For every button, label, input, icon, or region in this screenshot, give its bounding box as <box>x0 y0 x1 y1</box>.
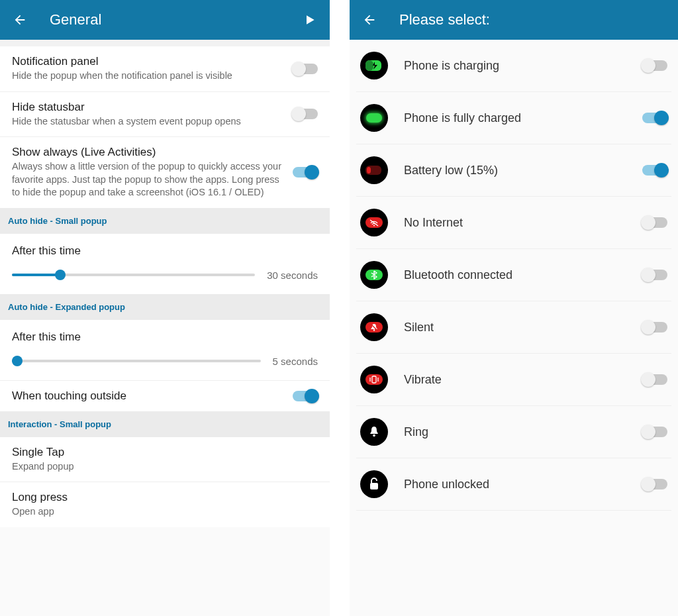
back-button[interactable] <box>360 10 379 30</box>
row-title: Long press <box>12 491 311 504</box>
toggle-silent[interactable] <box>642 322 667 333</box>
pane-general: General Notification panel Hide the popu… <box>0 0 330 616</box>
wifi-off-icon <box>360 209 388 236</box>
toggle-phone-full[interactable] <box>642 113 667 123</box>
row-slider-expanded: After this time 5 seconds <box>0 320 330 381</box>
svg-point-5 <box>373 225 375 227</box>
item-phone-charging[interactable]: Phone is charging <box>356 40 671 92</box>
battery-full-icon <box>360 104 388 132</box>
item-label: Bluetooth connected <box>404 268 642 282</box>
toggle-hide-statusbar[interactable] <box>293 109 318 119</box>
select-list: Phone is charging Phone is fully charged… <box>350 40 678 511</box>
svg-rect-16 <box>370 483 378 489</box>
pane-select: Please select: Phone is charging Phone i… <box>350 0 678 616</box>
battery-low-icon <box>360 156 388 184</box>
section-auto-hide-expanded: Auto hide - Expanded popup <box>0 294 330 320</box>
unlock-icon <box>360 470 388 498</box>
arrow-left-icon <box>362 13 377 27</box>
row-title: Notification panel <box>12 55 286 68</box>
row-slider-small: After this time 30 seconds <box>0 234 330 294</box>
row-title: Show always (Live Activities) <box>12 146 286 159</box>
item-vibrate[interactable]: Vibrate <box>356 354 671 406</box>
toggle-vibrate[interactable] <box>642 374 667 385</box>
row-subtitle: Open app <box>12 505 311 519</box>
toggle-show-always[interactable] <box>293 167 318 178</box>
item-no-internet[interactable]: No Internet <box>356 197 671 249</box>
bell-icon <box>360 418 388 446</box>
item-label: Phone is fully charged <box>404 111 642 125</box>
item-label: Vibrate <box>404 373 642 387</box>
item-battery-low[interactable]: Battery low (15%) <box>356 144 671 197</box>
item-label: Phone unlocked <box>404 478 642 491</box>
item-silent[interactable]: Silent <box>356 301 671 354</box>
item-ring[interactable]: Ring <box>356 406 671 458</box>
item-label: Ring <box>404 425 642 439</box>
row-title: When touching outside <box>12 389 286 403</box>
row-single-tap[interactable]: Single Tap Expand popup <box>0 437 330 483</box>
row-title: Hide statusbar <box>12 101 286 114</box>
vibrate-icon <box>360 366 388 393</box>
item-phone-unlocked[interactable]: Phone unlocked <box>356 458 671 511</box>
row-subtitle: Expand popup <box>12 460 311 474</box>
slider-title: After this time <box>12 331 318 344</box>
arrow-left-icon <box>13 13 27 27</box>
page-title: General <box>50 11 300 28</box>
appbar-select: Please select: <box>350 0 678 40</box>
play-icon <box>303 13 316 26</box>
bluetooth-icon <box>360 261 388 289</box>
section-interaction: Interaction - Small popup <box>0 411 330 437</box>
item-label: No Internet <box>404 216 642 230</box>
item-bluetooth[interactable]: Bluetooth connected <box>356 249 671 301</box>
slider-value: 30 seconds <box>267 270 318 281</box>
svg-point-15 <box>373 435 375 437</box>
toggle-no-internet[interactable] <box>642 217 667 228</box>
toggle-phone-unlocked[interactable] <box>642 479 667 489</box>
row-subtitle: Hide the statusbar when a system event p… <box>12 115 286 128</box>
bell-off-icon <box>360 313 388 341</box>
settings-list: Notification panel Hide the popup when t… <box>0 40 330 527</box>
item-phone-full[interactable]: Phone is fully charged <box>356 92 671 144</box>
battery-charging-icon <box>360 52 388 79</box>
svg-rect-1 <box>365 60 373 71</box>
page-title: Please select: <box>399 11 668 28</box>
slider-value: 5 seconds <box>273 356 318 367</box>
row-touching-outside[interactable]: When touching outside <box>0 381 330 411</box>
svg-rect-3 <box>367 167 371 174</box>
play-button[interactable] <box>300 10 320 30</box>
row-show-always[interactable]: Show always (Live Activities) Always sho… <box>0 137 330 208</box>
item-label: Phone is charging <box>404 59 642 73</box>
row-subtitle: Hide the popup when the notification pan… <box>12 70 286 83</box>
row-hide-statusbar[interactable]: Hide statusbar Hide the statusbar when a… <box>0 92 330 138</box>
back-button[interactable] <box>10 10 30 30</box>
toggle-notification-panel[interactable] <box>293 64 318 74</box>
slider-title: After this time <box>12 244 318 258</box>
item-label: Battery low (15%) <box>404 164 642 178</box>
toggle-touching-outside[interactable] <box>293 391 318 401</box>
slider-expanded-popup[interactable] <box>12 360 261 362</box>
slider-small-popup[interactable] <box>12 274 255 276</box>
toggle-ring[interactable] <box>642 427 667 437</box>
section-auto-hide-small: Auto hide - Small popup <box>0 208 330 234</box>
row-title: Single Tap <box>12 446 311 459</box>
item-label: Silent <box>404 321 642 334</box>
appbar-general: General <box>0 0 330 40</box>
toggle-bluetooth[interactable] <box>642 270 667 280</box>
row-long-press[interactable]: Long press Open app <box>0 482 330 527</box>
row-notification-panel[interactable]: Notification panel Hide the popup when t… <box>0 46 330 92</box>
row-subtitle: Always show a little version of the popu… <box>12 160 286 199</box>
toggle-phone-charging[interactable] <box>642 60 667 71</box>
svg-point-9 <box>373 329 375 331</box>
toggle-battery-low[interactable] <box>642 165 667 176</box>
